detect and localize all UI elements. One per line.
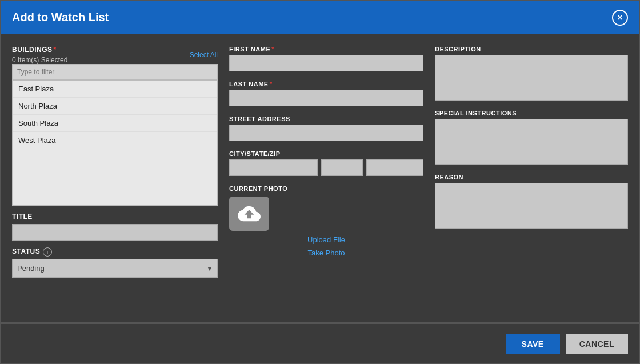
buildings-required-star: * xyxy=(54,46,57,54)
street-address-field: STREET ADDRESS xyxy=(229,115,423,141)
first-name-field: FIRST NAME* xyxy=(229,46,423,71)
description-label: DESCRIPTION xyxy=(435,46,628,53)
city-input[interactable] xyxy=(229,159,318,176)
building-item[interactable]: South Plaza xyxy=(13,115,217,132)
street-address-input[interactable] xyxy=(229,125,423,141)
special-instructions-field: SPECIAL INSTRUCTIONS xyxy=(435,110,628,165)
building-item[interactable]: North Plaza xyxy=(13,98,217,115)
current-photo-section: CURRENT PHOTO Upload File Take Photo xyxy=(229,185,423,257)
buildings-label: BUILDINGS* xyxy=(12,46,67,54)
title-label: TITLE xyxy=(12,213,218,221)
description-input[interactable] xyxy=(435,55,628,101)
select-all-link[interactable]: Select All xyxy=(190,51,218,59)
reason-input[interactable] xyxy=(435,183,628,229)
middle-column: FIRST NAME* LAST NAME* STREET ADDRESS CI… xyxy=(229,46,423,317)
status-select-wrapper: Pending Active Inactive ▼ xyxy=(12,259,218,278)
cancel-button[interactable]: CANCEL xyxy=(566,334,628,354)
first-name-input[interactable] xyxy=(229,55,423,71)
state-input[interactable] xyxy=(321,159,363,176)
first-name-required-star: * xyxy=(271,46,274,53)
upload-icon-box[interactable] xyxy=(229,197,269,231)
last-name-field: LAST NAME* xyxy=(229,81,423,106)
reason-field: REASON xyxy=(435,174,628,229)
modal-header: Add to Watch List × xyxy=(1,1,639,34)
last-name-input[interactable] xyxy=(229,90,423,106)
city-state-zip-row xyxy=(229,159,423,176)
title-section: TITLE xyxy=(12,213,218,241)
building-item[interactable]: West Plaza xyxy=(13,132,217,149)
city-state-zip-label: CITY/STATE/ZIP xyxy=(229,150,423,157)
modal-footer: SAVE CANCEL xyxy=(1,323,639,363)
items-selected: 0 Item(s) Selected xyxy=(12,56,67,64)
modal-body: BUILDINGS* 0 Item(s) Selected Select All… xyxy=(1,34,639,322)
upload-file-button[interactable]: Upload File xyxy=(229,235,423,244)
description-field: DESCRIPTION xyxy=(435,46,628,101)
buildings-list: East Plaza North Plaza South Plaza West … xyxy=(12,80,218,206)
status-select[interactable]: Pending Active Inactive xyxy=(12,259,218,278)
status-info-icon[interactable]: i xyxy=(43,247,52,257)
right-column: DESCRIPTION SPECIAL INSTRUCTIONS REASON xyxy=(435,46,628,317)
status-label-row: STATUS i xyxy=(12,247,218,257)
city-state-zip-field: CITY/STATE/ZIP xyxy=(229,150,423,176)
left-column: BUILDINGS* 0 Item(s) Selected Select All… xyxy=(12,46,218,317)
building-item[interactable]: East Plaza xyxy=(13,81,217,98)
status-label: STATUS xyxy=(12,247,40,255)
special-instructions-input[interactable] xyxy=(435,119,628,165)
zip-input[interactable] xyxy=(366,159,423,176)
reason-label: REASON xyxy=(435,174,628,181)
modal-add-to-watch-list: Add to Watch List × BUILDINGS* 0 Item(s)… xyxy=(0,0,640,364)
buildings-filter-input[interactable] xyxy=(12,64,218,80)
modal-title: Add to Watch List xyxy=(12,11,109,24)
buildings-header: BUILDINGS* 0 Item(s) Selected Select All xyxy=(12,46,218,64)
close-button[interactable]: × xyxy=(612,10,628,26)
first-name-label: FIRST NAME* xyxy=(229,46,423,53)
street-address-label: STREET ADDRESS xyxy=(229,115,423,122)
title-input[interactable] xyxy=(12,224,218,241)
special-instructions-label: SPECIAL INSTRUCTIONS xyxy=(435,110,628,117)
status-section: STATUS i Pending Active Inactive ▼ xyxy=(12,247,218,278)
last-name-required-star: * xyxy=(270,81,273,87)
current-photo-label: CURRENT PHOTO xyxy=(229,185,423,192)
last-name-label: LAST NAME* xyxy=(229,81,423,87)
save-button[interactable]: SAVE xyxy=(506,334,560,354)
take-photo-button[interactable]: Take Photo xyxy=(229,249,423,257)
buildings-section: BUILDINGS* 0 Item(s) Selected Select All… xyxy=(12,46,218,206)
upload-cloud-icon xyxy=(238,202,261,225)
